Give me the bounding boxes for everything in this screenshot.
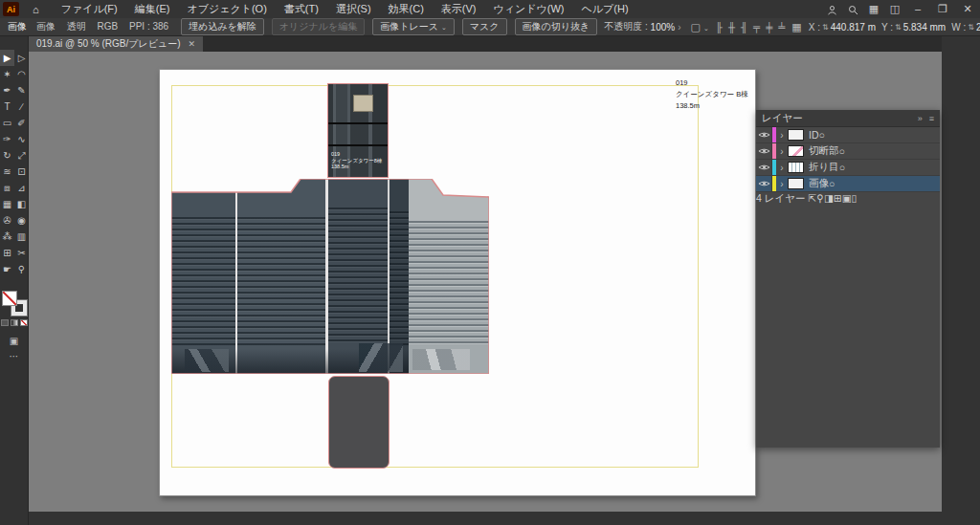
locate-object-icon[interactable]: ⚲ [816, 192, 824, 204]
type-tool-icon[interactable]: T [0, 98, 14, 115]
arrange-documents-icon[interactable]: ◫ [884, 3, 905, 15]
shaper-tool-icon[interactable]: ∿ [14, 131, 29, 147]
hand-tool-icon[interactable]: ☛ [0, 261, 14, 277]
target-circle-icon[interactable]: ○ [839, 162, 845, 173]
menu-effect[interactable]: 効果(C) [380, 0, 433, 18]
delete-layer-icon[interactable]: ▯ [852, 192, 858, 204]
align-middle-icon[interactable]: ╪ [766, 22, 772, 33]
illustrator-logo-icon[interactable]: Ai [3, 2, 19, 16]
close-button[interactable]: ✕ [955, 0, 980, 18]
info-transparency[interactable]: 透明 [67, 21, 86, 32]
shape-builder-tool-icon[interactable]: ⧈ [0, 180, 14, 196]
artboard-label-text[interactable]: 019 クイーンズタワー B棟 138.5m [676, 77, 748, 112]
dieline-main-strip-image[interactable] [171, 179, 489, 374]
menu-file[interactable]: ファイル(F) [53, 0, 126, 18]
width-tool-icon[interactable]: ≋ [0, 164, 14, 180]
dieline-bottom-flap[interactable] [328, 376, 390, 469]
edit-toolbar-ellipsis-icon[interactable]: ⋯ [0, 349, 28, 364]
column-graph-tool-icon[interactable]: ▥ [14, 229, 29, 245]
visibility-eye-icon[interactable] [756, 143, 772, 159]
rotate-tool-icon[interactable]: ↻ [0, 147, 14, 164]
curvature-tool-icon[interactable]: ✎ [14, 82, 29, 98]
lasso-tool-icon[interactable]: ◠ [14, 66, 29, 82]
x-value[interactable]: 440.817 m [831, 22, 876, 33]
direct-selection-tool-icon[interactable]: ▷ [14, 50, 29, 66]
home-icon[interactable]: ⌂ [33, 4, 39, 15]
slice-tool-icon[interactable]: ✂ [14, 245, 29, 261]
mask-button[interactable]: マスク [462, 18, 507, 35]
expand-layer-icon[interactable]: › [776, 179, 788, 189]
artboard[interactable]: 019 クイーンズタワー B棟 138.5m 019 クイーンズタワー8棟 13… [159, 69, 756, 496]
scale-tool-icon[interactable]: ⤢ [14, 147, 29, 164]
selection-tool-icon[interactable]: ▶ [0, 50, 14, 66]
layer-name[interactable]: 画像 [809, 177, 829, 190]
free-transform-tool-icon[interactable]: ⊡ [14, 164, 29, 180]
collapse-panel-icon[interactable]: » [918, 114, 923, 123]
target-circle-icon[interactable]: ○ [829, 178, 835, 189]
align-left-icon[interactable]: ╟ [716, 22, 723, 33]
pen-tool-icon[interactable]: ✒ [0, 82, 14, 98]
restore-button[interactable]: ❐ [930, 0, 955, 18]
none-button[interactable] [20, 319, 28, 326]
blend-tool-icon[interactable]: ◉ [14, 212, 29, 229]
zoom-tool-icon[interactable]: ⚲ [14, 261, 29, 277]
distribute-grid-icon[interactable]: ▦ [791, 21, 801, 33]
menu-view[interactable]: 表示(V) [433, 0, 485, 18]
menu-object[interactable]: オブジェクト(O) [178, 0, 275, 18]
expand-layer-icon[interactable]: › [776, 146, 788, 157]
chevron-down-icon[interactable]: ⌄ [441, 24, 447, 31]
menu-window[interactable]: ウィンドウ(W) [485, 0, 573, 18]
w-stepper[interactable]: ⇅ [968, 23, 974, 32]
align-center-icon[interactable]: ╫ [728, 22, 735, 33]
layer-name[interactable]: 折り目 [809, 161, 839, 174]
line-segment-tool-icon[interactable]: ∕ [14, 98, 29, 115]
image-trace-button[interactable]: 画像トレース⌄ [372, 18, 455, 35]
menu-edit[interactable]: 編集(E) [126, 0, 179, 18]
target-circle-icon[interactable]: ○ [839, 145, 845, 157]
rectangle-tool-icon[interactable]: ▭ [0, 115, 14, 131]
layer-row-cut[interactable]: › 切断部 ○ [756, 143, 940, 160]
menu-type[interactable]: 書式(T) [276, 0, 327, 18]
magic-wand-tool-icon[interactable]: ✶ [0, 66, 14, 82]
visibility-eye-icon[interactable] [756, 176, 772, 191]
visibility-eye-icon[interactable] [756, 127, 772, 142]
visibility-eye-icon[interactable] [756, 160, 772, 175]
panel-menu-icon[interactable]: ≡ [929, 114, 934, 123]
style-icon[interactable]: ▢⌄ [691, 21, 709, 33]
paintbrush-tool-icon[interactable]: ✐ [14, 115, 29, 131]
x-field[interactable]: X : ⇅ 440.817 m [809, 22, 876, 33]
search-icon[interactable] [842, 3, 863, 15]
expand-layer-icon[interactable]: › [776, 130, 788, 141]
y-stepper[interactable]: ⇅ [895, 23, 902, 32]
gradient-tool-icon[interactable]: ◧ [14, 196, 29, 212]
layers-panel-header[interactable]: レイヤー » ≡ [756, 110, 940, 127]
new-layer-icon[interactable]: ▣ [842, 192, 852, 204]
crop-image-button[interactable]: 画像の切り抜き [515, 18, 598, 35]
symbol-sprayer-tool-icon[interactable]: ⁂ [0, 229, 14, 245]
artboard-tool-icon[interactable]: ⊞ [0, 245, 14, 261]
workspace-switcher-icon[interactable]: ▦ [863, 3, 884, 15]
layer-row-fold[interactable]: › 折り目 ○ [756, 160, 940, 176]
w-field[interactable]: W : ⇅ 269.462 m [951, 22, 980, 33]
pencil-tool-icon[interactable]: ✑ [0, 131, 14, 147]
align-right-icon[interactable]: ╢ [741, 22, 747, 33]
target-circle-icon[interactable]: ○ [819, 129, 825, 141]
y-field[interactable]: Y : ⇅ 5.834 mm [881, 22, 946, 33]
menu-help[interactable]: ヘルプ(H) [573, 0, 637, 18]
color-button[interactable] [1, 319, 9, 326]
align-bottom-icon[interactable]: ╧ [778, 22, 785, 33]
layer-row-id[interactable]: › ID ○ [756, 127, 940, 143]
fill-stroke-indicator[interactable] [2, 291, 27, 316]
gradient-button[interactable] [11, 319, 18, 326]
align-top-icon[interactable]: ╤ [753, 22, 760, 33]
layer-name[interactable]: 切断部 [809, 144, 839, 158]
perspective-grid-tool-icon[interactable]: ⊿ [14, 180, 29, 196]
menu-select[interactable]: 選択(S) [327, 0, 380, 18]
account-icon[interactable] [821, 3, 842, 15]
dieline-top-flap-image[interactable]: 019 クイーンズタワー8棟 138.5m [327, 83, 389, 178]
layer-row-image[interactable]: › 画像 ○ [756, 176, 940, 192]
layer-name[interactable]: ID [809, 129, 819, 141]
opacity-more-icon[interactable]: › [678, 22, 680, 33]
x-stepper[interactable]: ⇅ [822, 23, 829, 32]
tab-close-icon[interactable]: ✕ [189, 36, 196, 52]
